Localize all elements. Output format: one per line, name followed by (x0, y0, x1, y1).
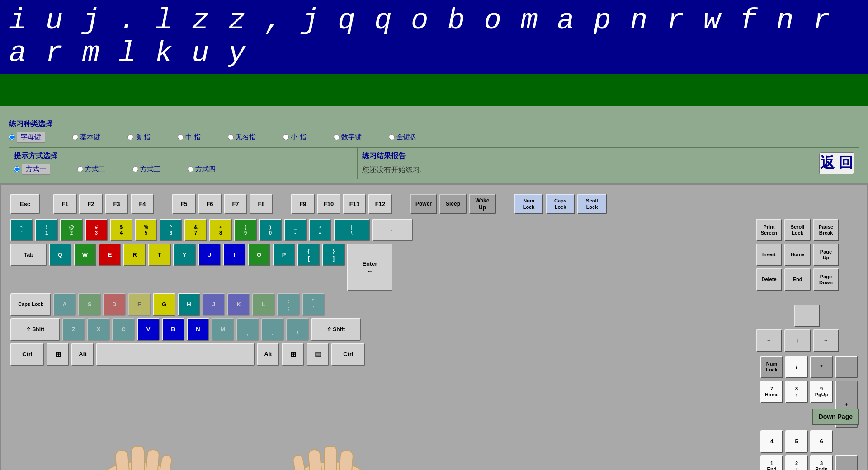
key-b[interactable]: B (162, 318, 184, 341)
numpad-2[interactable]: 2↓ (785, 455, 808, 470)
f9-key[interactable]: F9 (291, 194, 315, 214)
key-q[interactable]: Q (49, 244, 71, 266)
key-menu[interactable]: ▤ (307, 343, 329, 366)
key-t[interactable]: T (148, 244, 171, 266)
key-ctrl-right[interactable]: Ctrl (331, 343, 365, 366)
key-lbracket[interactable]: {[ (297, 244, 320, 266)
key-v[interactable]: V (137, 318, 160, 341)
power-key[interactable]: Power (410, 194, 437, 214)
key-w[interactable]: W (74, 244, 96, 266)
key-capslock[interactable]: Caps Lock (10, 293, 51, 316)
radio-wuming[interactable]: 无名指 (228, 133, 256, 141)
key-3[interactable]: #3 (85, 219, 108, 241)
scrollock-key[interactable]: ScollLock (577, 194, 607, 214)
key-alt-left[interactable]: Alt (71, 343, 94, 366)
numpad-minus[interactable]: - (835, 356, 858, 378)
key-0[interactable]: )0 (259, 219, 282, 241)
f8-key[interactable]: F8 (250, 194, 273, 214)
page-up-key[interactable]: PageUp (813, 244, 839, 266)
key-n[interactable]: N (187, 318, 209, 341)
numpad-3[interactable]: 3Pgdn (810, 455, 833, 470)
key-backspace[interactable]: ← (372, 219, 413, 241)
key-1[interactable]: !1 (35, 219, 58, 241)
key-quote[interactable]: "' (302, 293, 325, 316)
scroll-lock-key[interactable]: ScrollLock (784, 219, 811, 241)
key-4[interactable]: $4 (110, 219, 132, 241)
radio-zimu[interactable]: 字母键 (9, 132, 45, 143)
key-g[interactable]: G (153, 293, 175, 316)
key-space[interactable] (96, 343, 255, 366)
numpad-numlock[interactable]: NumLock (760, 356, 783, 378)
numpad-1[interactable]: 1End (760, 455, 783, 470)
radio-jiben[interactable]: 基本键 (72, 133, 100, 141)
end-key[interactable]: End (784, 268, 811, 291)
f6-key[interactable]: F6 (198, 194, 222, 214)
key-h[interactable]: H (178, 293, 200, 316)
arrow-left-key[interactable]: ← (756, 329, 782, 352)
key-j[interactable]: J (203, 293, 225, 316)
f11-key[interactable]: F11 (343, 194, 366, 214)
key-tilde[interactable]: ~` (10, 219, 33, 241)
key-shift-right[interactable]: ⇧ Shift (311, 318, 361, 341)
numpad-9[interactable]: 9PgUp (810, 381, 833, 403)
f4-key[interactable]: F4 (131, 194, 154, 214)
key-p[interactable]: P (273, 244, 295, 266)
key-f[interactable]: F (128, 293, 151, 316)
key-s[interactable]: S (78, 293, 101, 316)
key-d[interactable]: D (103, 293, 126, 316)
f3-key[interactable]: F3 (105, 194, 128, 214)
numpad-div[interactable]: / (785, 356, 808, 378)
numpad-6[interactable]: 6 (810, 430, 833, 453)
arrow-up-key[interactable]: ↑ (794, 305, 820, 327)
radio-fangshi2[interactable]: 方式二 (77, 165, 105, 174)
key-shift-left[interactable]: ⇧ Shift (10, 318, 60, 341)
key-6[interactable]: ^6 (160, 219, 182, 241)
page-down-key[interactable]: PageDown (813, 268, 839, 291)
key-win-left[interactable]: ⊞ (47, 343, 69, 366)
key-minus[interactable]: _- (284, 219, 307, 241)
key-k[interactable]: K (227, 293, 250, 316)
f5-key[interactable]: F5 (172, 194, 196, 214)
arrow-down-key[interactable]: ↓ (784, 329, 811, 352)
f12-key[interactable]: F12 (368, 194, 392, 214)
key-u[interactable]: U (198, 244, 221, 266)
key-tab[interactable]: Tab (10, 244, 47, 266)
numpad-7[interactable]: 7Home (760, 381, 783, 403)
key-a[interactable]: A (53, 293, 76, 316)
key-o[interactable]: O (248, 244, 270, 266)
key-c[interactable]: C (112, 318, 135, 341)
wake-key[interactable]: WakeUp (469, 194, 496, 214)
key-2[interactable]: @2 (60, 219, 83, 241)
key-x[interactable]: X (87, 318, 110, 341)
numpad-4[interactable]: 4 (760, 430, 783, 453)
numpad-enter[interactable]: Enter (835, 455, 858, 470)
home-key[interactable]: Home (784, 244, 811, 266)
key-comma[interactable]: , (236, 318, 259, 341)
pause-key[interactable]: PauseBreak (813, 219, 839, 241)
key-semicolon[interactable]: :; (277, 293, 300, 316)
key-rbracket[interactable]: }] (322, 244, 345, 266)
capslock-status-key[interactable]: CapsLock (546, 194, 575, 214)
f1-key[interactable]: F1 (53, 194, 77, 214)
print-screen-key[interactable]: PrintScreen (756, 219, 782, 241)
key-ctrl-left[interactable]: Ctrl (10, 343, 44, 366)
key-9[interactable]: (9 (234, 219, 257, 241)
radio-xiao[interactable]: 小 指 (283, 133, 306, 141)
insert-key[interactable]: Insert (756, 244, 782, 266)
key-e[interactable]: E (99, 244, 121, 266)
key-period[interactable]: . (261, 318, 284, 341)
key-alt-right[interactable]: Alt (257, 343, 279, 366)
numpad-5[interactable]: 5 (785, 430, 808, 453)
key-i[interactable]: I (223, 244, 245, 266)
f2-key[interactable]: F2 (79, 194, 103, 214)
radio-quanjianpan[interactable]: 全键盘 (389, 133, 417, 141)
radio-fangshi3[interactable]: 方式三 (132, 165, 160, 174)
key-z[interactable]: Z (62, 318, 85, 341)
key-win-right[interactable]: ⊞ (282, 343, 304, 366)
numpad-mul[interactable]: * (810, 356, 833, 378)
key-equals[interactable]: += (309, 219, 331, 241)
key-r[interactable]: R (123, 244, 146, 266)
f7-key[interactable]: F7 (224, 194, 247, 214)
numlock-key[interactable]: NumLock (514, 194, 543, 214)
sleep-key[interactable]: Sleep (439, 194, 467, 214)
